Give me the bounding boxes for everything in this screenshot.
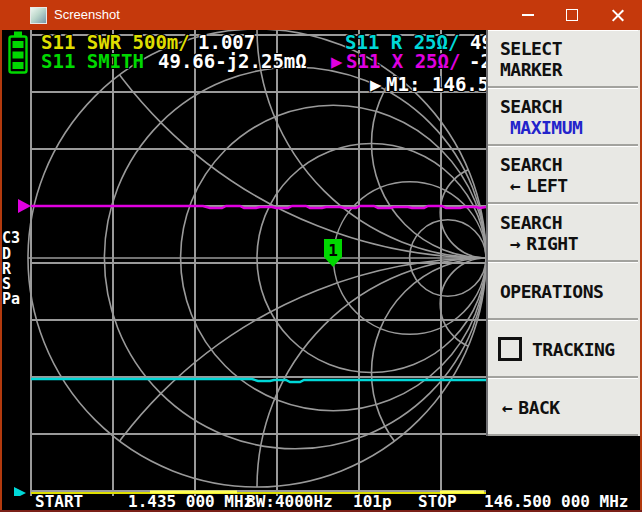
menu-item-back[interactable]: ←BACK <box>488 378 638 436</box>
bandwidth: BW:4000Hz <box>246 494 333 510</box>
app-window: 1 S11 SWR 500m/ 1.007 S11 R 25Ω/ 49 S11 … <box>0 0 642 512</box>
reactance-value: -2 <box>469 51 486 71</box>
titlebar[interactable]: Screenshot <box>0 0 642 30</box>
resistance-value: 49 <box>470 32 486 52</box>
stop-label: STOP <box>418 494 457 510</box>
menu-label: MARKER <box>500 59 562 80</box>
resistance-label: S11 R 25Ω/ <box>345 32 459 52</box>
menu-label: SEARCH <box>500 212 562 233</box>
maximize-icon <box>566 9 578 21</box>
menu-label: OPERATIONS <box>500 281 603 302</box>
minimize-button[interactable] <box>506 0 550 30</box>
menu-label: MAXIMUM <box>510 117 582 138</box>
start-label: START <box>35 494 83 510</box>
minimize-icon <box>522 14 534 16</box>
reactance-label: S11 X 25Ω/ <box>346 51 460 71</box>
close-button[interactable] <box>596 0 640 30</box>
start-frequency: 1.435 000 MHz <box>128 494 253 510</box>
marker-value: 146.5 <box>432 74 486 94</box>
swr-label: S11 SWR 500m/ <box>41 32 190 52</box>
menu-label: SEARCH <box>500 96 562 117</box>
marker-number: 1 <box>328 241 338 260</box>
marker-arrow-icon: ▶ <box>370 74 381 94</box>
active-trace-arrow-icon: ▶ <box>331 51 342 71</box>
left-arrow-icon: ← <box>510 175 520 196</box>
marker-label: M1: <box>386 74 420 94</box>
window-title: Screenshot <box>54 7 120 22</box>
menu-item-search-left[interactable]: SEARCH ←LEFT <box>488 146 638 204</box>
menu-label: RIGHT <box>526 233 578 254</box>
sweep-points: 101p <box>353 494 392 510</box>
cal-status-c3: C3 <box>2 231 20 246</box>
menu-item-search-maximum[interactable]: SEARCH MAXIMUM <box>488 88 638 146</box>
readout-row-2: S11 SMITH 49.66-j2.25mΩ ▶ S11 X 25Ω/ -2 <box>0 51 486 72</box>
swr-value: 1.007 <box>198 32 255 52</box>
left-arrow-icon: ← <box>502 397 512 418</box>
readout-row-1: S11 SWR 500m/ 1.007 S11 R 25Ω/ 49 <box>0 32 486 53</box>
reactance-ref-arrow-icon <box>18 199 31 213</box>
maximize-button[interactable] <box>550 0 594 30</box>
app-icon <box>30 7 47 24</box>
menu-item-operations[interactable]: OPERATIONS <box>488 262 638 320</box>
menu-item-search-right[interactable]: SEARCH →RIGHT <box>488 204 638 262</box>
window-border <box>0 30 2 510</box>
menu-item-tracking[interactable]: TRACKING <box>488 320 638 378</box>
menu-label: LEFT <box>526 175 567 196</box>
cal-status-pa: Pa <box>2 292 20 307</box>
menu-label: BACK <box>518 397 559 418</box>
tracking-checkbox[interactable] <box>498 337 522 361</box>
menu-panel: SELECT MARKER SEARCH MAXIMUM SEARCH ←LEF… <box>486 30 640 436</box>
stop-frequency: 146.500 000 MHz <box>484 494 629 510</box>
smith-label: S11 SMITH <box>41 51 144 71</box>
menu-label: TRACKING <box>532 339 615 360</box>
readout-row-marker: ▶ M1: 146.5 <box>0 74 486 95</box>
menu-label: SELECT <box>500 38 562 59</box>
right-arrow-icon: → <box>510 233 520 254</box>
menu-label: SEARCH <box>500 154 562 175</box>
resistance-ref-arrow-icon <box>14 487 26 496</box>
menu-item-select-marker[interactable]: SELECT MARKER <box>488 30 638 88</box>
smith-value: 49.66-j2.25mΩ <box>158 51 307 71</box>
resistance-trace <box>31 379 486 382</box>
